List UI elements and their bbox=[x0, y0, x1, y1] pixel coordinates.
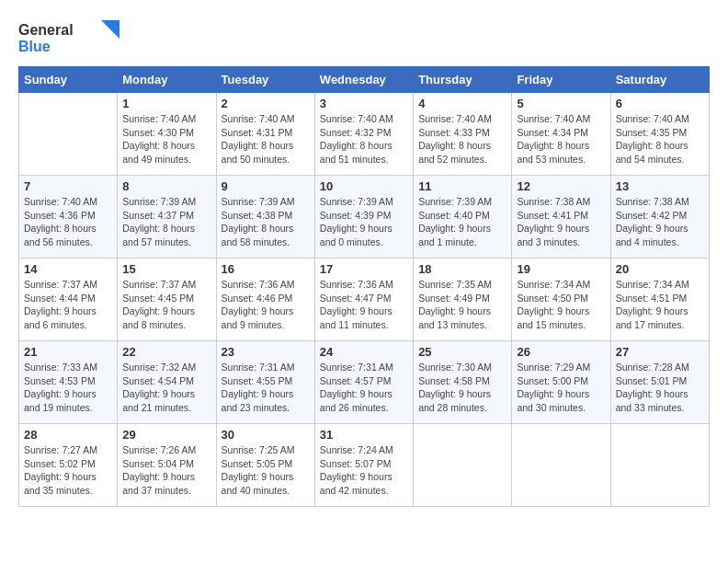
cell-info: Sunrise: 7:39 AMSunset: 4:40 PMDaylight:… bbox=[418, 195, 506, 249]
cell-info: Sunrise: 7:34 AMSunset: 4:51 PMDaylight:… bbox=[616, 278, 704, 332]
calendar-cell: 7Sunrise: 7:40 AMSunset: 4:36 PMDaylight… bbox=[19, 176, 118, 259]
day-number: 1 bbox=[122, 97, 210, 110]
cell-info: Sunrise: 7:27 AMSunset: 5:02 PMDaylight:… bbox=[24, 443, 112, 498]
calendar-week-row: 28Sunrise: 7:27 AMSunset: 5:02 PMDayligh… bbox=[19, 424, 710, 507]
calendar-cell: 21Sunrise: 7:33 AMSunset: 4:53 PMDayligh… bbox=[19, 341, 118, 424]
day-number: 2 bbox=[222, 97, 310, 110]
day-number: 10 bbox=[320, 179, 408, 193]
calendar-cell: 9Sunrise: 7:39 AMSunset: 4:38 PMDaylight… bbox=[216, 176, 314, 259]
calendar-cell: 3Sunrise: 7:40 AMSunset: 4:32 PMDaylight… bbox=[314, 93, 413, 176]
day-number: 4 bbox=[418, 97, 506, 110]
day-number: 3 bbox=[320, 97, 408, 110]
calendar-table: SundayMondayTuesdayWednesdayThursdayFrid… bbox=[18, 66, 710, 507]
day-number: 9 bbox=[222, 179, 310, 193]
header-monday: Monday bbox=[118, 67, 216, 93]
day-number: 16 bbox=[222, 262, 310, 276]
calendar-cell: 29Sunrise: 7:26 AMSunset: 5:04 PMDayligh… bbox=[118, 424, 216, 507]
cell-info: Sunrise: 7:39 AMSunset: 4:37 PMDaylight:… bbox=[122, 195, 210, 249]
day-number: 15 bbox=[122, 262, 210, 276]
calendar-cell: 4Sunrise: 7:40 AMSunset: 4:33 PMDaylight… bbox=[414, 93, 512, 176]
calendar-cell: 1Sunrise: 7:40 AMSunset: 4:30 PMDaylight… bbox=[118, 93, 216, 176]
calendar-cell: 28Sunrise: 7:27 AMSunset: 5:02 PMDayligh… bbox=[19, 424, 118, 507]
calendar-cell: 6Sunrise: 7:40 AMSunset: 4:35 PMDaylight… bbox=[610, 93, 709, 176]
calendar-cell bbox=[512, 424, 610, 507]
cell-info: Sunrise: 7:40 AMSunset: 4:35 PMDaylight:… bbox=[616, 112, 704, 167]
svg-text:Blue: Blue bbox=[18, 39, 51, 54]
calendar-cell: 26Sunrise: 7:29 AMSunset: 5:00 PMDayligh… bbox=[512, 341, 610, 424]
cell-info: Sunrise: 7:40 AMSunset: 4:36 PMDaylight:… bbox=[24, 195, 112, 249]
header-wednesday: Wednesday bbox=[314, 67, 413, 93]
calendar-cell: 20Sunrise: 7:34 AMSunset: 4:51 PMDayligh… bbox=[610, 259, 709, 341]
calendar-cell bbox=[414, 424, 512, 507]
calendar-cell bbox=[19, 93, 118, 176]
cell-info: Sunrise: 7:38 AMSunset: 4:42 PMDaylight:… bbox=[616, 195, 704, 249]
logo: GeneralBlue bbox=[18, 18, 119, 57]
day-number: 8 bbox=[122, 179, 210, 193]
cell-info: Sunrise: 7:36 AMSunset: 4:47 PMDaylight:… bbox=[320, 278, 408, 332]
calendar-cell: 17Sunrise: 7:36 AMSunset: 4:47 PMDayligh… bbox=[314, 259, 413, 341]
day-number: 11 bbox=[418, 179, 506, 193]
logo-svg: GeneralBlue bbox=[18, 18, 119, 57]
calendar-week-row: 7Sunrise: 7:40 AMSunset: 4:36 PMDaylight… bbox=[19, 176, 710, 259]
cell-info: Sunrise: 7:35 AMSunset: 4:49 PMDaylight:… bbox=[418, 278, 506, 332]
day-number: 31 bbox=[320, 428, 408, 442]
cell-info: Sunrise: 7:31 AMSunset: 4:57 PMDaylight:… bbox=[320, 361, 408, 415]
cell-info: Sunrise: 7:28 AMSunset: 5:01 PMDaylight:… bbox=[616, 361, 704, 415]
day-number: 6 bbox=[616, 97, 704, 110]
cell-info: Sunrise: 7:40 AMSunset: 4:32 PMDaylight:… bbox=[320, 112, 408, 167]
day-number: 24 bbox=[320, 345, 408, 359]
calendar-cell bbox=[610, 424, 709, 507]
cell-info: Sunrise: 7:37 AMSunset: 4:44 PMDaylight:… bbox=[24, 278, 112, 332]
cell-info: Sunrise: 7:32 AMSunset: 4:54 PMDaylight:… bbox=[122, 361, 210, 415]
day-number: 29 bbox=[122, 428, 210, 442]
calendar-cell: 15Sunrise: 7:37 AMSunset: 4:45 PMDayligh… bbox=[118, 259, 216, 341]
day-number: 14 bbox=[24, 262, 112, 276]
day-number: 22 bbox=[122, 345, 210, 359]
calendar-cell: 11Sunrise: 7:39 AMSunset: 4:40 PMDayligh… bbox=[414, 176, 512, 259]
svg-text:General: General bbox=[18, 22, 74, 38]
day-number: 17 bbox=[320, 262, 408, 276]
calendar-cell: 25Sunrise: 7:30 AMSunset: 4:58 PMDayligh… bbox=[414, 341, 512, 424]
cell-info: Sunrise: 7:24 AMSunset: 5:07 PMDaylight:… bbox=[320, 443, 408, 498]
cell-info: Sunrise: 7:39 AMSunset: 4:39 PMDaylight:… bbox=[320, 195, 408, 249]
cell-info: Sunrise: 7:25 AMSunset: 5:05 PMDaylight:… bbox=[222, 443, 310, 498]
day-number: 12 bbox=[517, 179, 605, 193]
calendar-cell: 27Sunrise: 7:28 AMSunset: 5:01 PMDayligh… bbox=[610, 341, 709, 424]
cell-info: Sunrise: 7:30 AMSunset: 4:58 PMDaylight:… bbox=[418, 361, 506, 415]
day-number: 30 bbox=[222, 428, 310, 442]
calendar-cell: 10Sunrise: 7:39 AMSunset: 4:39 PMDayligh… bbox=[314, 176, 413, 259]
calendar-cell: 13Sunrise: 7:38 AMSunset: 4:42 PMDayligh… bbox=[610, 176, 709, 259]
day-number: 26 bbox=[517, 345, 605, 359]
calendar-cell: 8Sunrise: 7:39 AMSunset: 4:37 PMDaylight… bbox=[118, 176, 216, 259]
day-number: 20 bbox=[616, 262, 704, 276]
calendar-cell: 2Sunrise: 7:40 AMSunset: 4:31 PMDaylight… bbox=[216, 93, 314, 176]
cell-info: Sunrise: 7:37 AMSunset: 4:45 PMDaylight:… bbox=[122, 278, 210, 332]
calendar-cell: 24Sunrise: 7:31 AMSunset: 4:57 PMDayligh… bbox=[314, 341, 413, 424]
calendar-cell: 5Sunrise: 7:40 AMSunset: 4:34 PMDaylight… bbox=[512, 93, 610, 176]
calendar-cell: 12Sunrise: 7:38 AMSunset: 4:41 PMDayligh… bbox=[512, 176, 610, 259]
cell-info: Sunrise: 7:33 AMSunset: 4:53 PMDaylight:… bbox=[24, 361, 112, 415]
cell-info: Sunrise: 7:36 AMSunset: 4:46 PMDaylight:… bbox=[222, 278, 310, 332]
cell-info: Sunrise: 7:38 AMSunset: 4:41 PMDaylight:… bbox=[517, 195, 605, 249]
calendar-week-row: 21Sunrise: 7:33 AMSunset: 4:53 PMDayligh… bbox=[19, 341, 710, 424]
day-number: 19 bbox=[517, 262, 605, 276]
day-number: 23 bbox=[222, 345, 310, 359]
cell-info: Sunrise: 7:29 AMSunset: 5:00 PMDaylight:… bbox=[517, 361, 605, 415]
header-saturday: Saturday bbox=[610, 67, 709, 93]
page-header: GeneralBlue bbox=[18, 18, 710, 57]
calendar-cell: 22Sunrise: 7:32 AMSunset: 4:54 PMDayligh… bbox=[118, 341, 216, 424]
header-sunday: Sunday bbox=[19, 67, 118, 93]
calendar-header-row: SundayMondayTuesdayWednesdayThursdayFrid… bbox=[19, 67, 710, 93]
cell-info: Sunrise: 7:26 AMSunset: 5:04 PMDaylight:… bbox=[122, 443, 210, 498]
day-number: 21 bbox=[24, 345, 112, 359]
calendar-cell: 30Sunrise: 7:25 AMSunset: 5:05 PMDayligh… bbox=[216, 424, 314, 507]
header-tuesday: Tuesday bbox=[216, 67, 314, 93]
cell-info: Sunrise: 7:31 AMSunset: 4:55 PMDaylight:… bbox=[222, 361, 310, 415]
calendar-cell: 16Sunrise: 7:36 AMSunset: 4:46 PMDayligh… bbox=[216, 259, 314, 341]
day-number: 28 bbox=[24, 428, 112, 442]
calendar-cell: 18Sunrise: 7:35 AMSunset: 4:49 PMDayligh… bbox=[414, 259, 512, 341]
calendar-cell: 14Sunrise: 7:37 AMSunset: 4:44 PMDayligh… bbox=[19, 259, 118, 341]
cell-info: Sunrise: 7:40 AMSunset: 4:33 PMDaylight:… bbox=[418, 112, 506, 167]
header-thursday: Thursday bbox=[414, 67, 512, 93]
header-friday: Friday bbox=[512, 67, 610, 93]
